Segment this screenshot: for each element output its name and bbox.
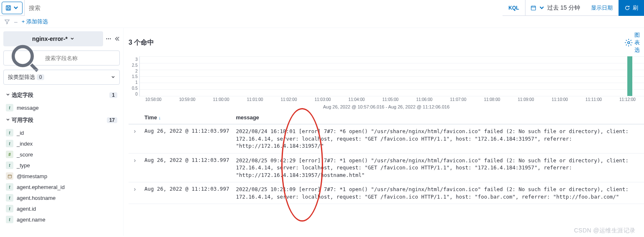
time-column-header[interactable]: Time↓: [141, 111, 232, 124]
svg-point-3: [106, 38, 107, 39]
expand-column-header: [129, 111, 141, 124]
field-type-icon: t: [6, 194, 13, 202]
selected-fields-count: 1: [109, 92, 117, 98]
svg-point-8: [628, 41, 630, 43]
x-axis: 10:58:0010:59:0011:00:0011:01:0011:02:00…: [129, 97, 644, 102]
x-tick: 11:11:00: [586, 97, 602, 102]
field-item[interactable]: t_id: [3, 127, 120, 138]
expand-row-button[interactable]: ›: [129, 153, 141, 182]
time-cell: Aug 26, 2022 @ 11:12:03.997: [141, 182, 232, 204]
table-body: › Aug 26, 2022 @ 11:12:03.997 2022/08/24…: [129, 124, 644, 204]
selected-fields-header[interactable]: 选定字段 1: [3, 88, 120, 102]
expand-row-button[interactable]: ›: [129, 182, 141, 204]
field-item[interactable]: tagent.ephemeral_id: [3, 182, 120, 192]
message-cell: 2022/08/24 16:18:01 [error] 7#7: *6 open…: [232, 124, 644, 154]
field-type-icon: t: [6, 161, 13, 169]
field-type-icon: t: [6, 129, 13, 136]
field-item[interactable]: #_score: [3, 149, 120, 160]
x-tick: 11:08:00: [484, 97, 500, 102]
message-column-header[interactable]: message: [232, 111, 644, 124]
field-name: _index: [17, 141, 33, 147]
results-area: 3 个命中 图表选 32.521.510.50 10:58:0010:59:00…: [124, 28, 644, 236]
field-item[interactable]: t_type: [3, 160, 120, 171]
y-tick: 1: [132, 80, 138, 85]
chevron-down-icon: [6, 118, 10, 122]
x-tick: 11:02:00: [281, 97, 297, 102]
field-item[interactable]: t_index: [3, 138, 120, 149]
y-tick: 0.5: [132, 86, 138, 91]
fields-sidebar: nginx-error-* 按类型筛选 0 选定字段 1 tmessage: [0, 28, 124, 236]
hits-count: 3 个命中: [129, 38, 154, 47]
top-bar: KQL 过去 15 分钟 显示日期 刷: [0, 0, 644, 16]
x-tick: 10:59:00: [179, 97, 195, 102]
collapse-icon[interactable]: [114, 36, 120, 42]
x-tick: 11:06:00: [416, 97, 432, 102]
x-tick: 11:01:00: [247, 97, 263, 102]
available-fields-label: 可用字段: [12, 117, 33, 123]
field-name: agent.id: [17, 206, 36, 212]
field-name: agent.ephemeral_id: [17, 184, 65, 190]
x-tick: 11:09:00: [518, 97, 534, 102]
dash: –: [14, 18, 18, 25]
refresh-button[interactable]: 刷: [619, 0, 644, 16]
type-filter[interactable]: 按类型筛选 0: [3, 70, 120, 85]
svg-point-6: [13, 46, 33, 66]
time-cell: Aug 26, 2022 @ 11:12:03.997: [141, 124, 232, 154]
calendar-icon: [530, 5, 536, 11]
expand-row-button[interactable]: ›: [129, 124, 141, 154]
refresh-icon: [624, 5, 630, 11]
chart-options[interactable]: 图表选: [624, 31, 642, 54]
histogram: 32.521.510.50: [129, 56, 644, 102]
field-name: _score: [17, 151, 33, 158]
field-name: _id: [17, 130, 24, 136]
type-filter-count: 0: [37, 74, 45, 80]
chevron-down-icon: [13, 5, 19, 11]
x-tick: 11:03:00: [315, 97, 331, 102]
field-item[interactable]: @timestamp: [3, 171, 120, 182]
add-filter-button[interactable]: + 添加筛选: [22, 18, 48, 25]
results-table: Time↓ message › Aug 26, 2022 @ 11:12:03.…: [129, 111, 644, 204]
available-fields-list: t_idt_index#_scoret_type@timestamptagent…: [3, 127, 120, 225]
field-item[interactable]: tmessage: [3, 102, 120, 113]
more-icon[interactable]: [106, 36, 111, 42]
selected-fields-list: tmessage: [3, 102, 120, 113]
svg-rect-2: [531, 6, 535, 10]
x-tick: 11:04:00: [349, 97, 365, 102]
y-tick: 1.5: [132, 74, 138, 79]
date-type-icon: [6, 172, 13, 180]
date-range-label: 过去 15 分钟: [547, 4, 580, 12]
field-type-icon: t: [6, 205, 13, 212]
field-item[interactable]: tagent.hostname: [3, 192, 120, 203]
plot-area[interactable]: [139, 56, 644, 96]
field-item[interactable]: tagent.name: [3, 214, 120, 225]
x-tick: 11:05:00: [382, 97, 399, 102]
refresh-label: 刷: [633, 4, 638, 12]
show-dates-link[interactable]: 显示日期: [585, 4, 619, 12]
field-item[interactable]: tagent.id: [3, 203, 120, 214]
chevron-down-icon: [70, 37, 74, 41]
svg-point-4: [108, 38, 109, 39]
field-name: _type: [17, 162, 30, 169]
table-row: › Aug 26, 2022 @ 11:12:03.997 2022/08/24…: [129, 124, 644, 154]
available-fields-header[interactable]: 可用字段 17: [3, 113, 120, 127]
disk-icon: [5, 5, 11, 11]
field-search-input[interactable]: [45, 55, 115, 61]
chart-range-label: Aug 26, 2022 @ 10:57:06.016 - Aug 26, 20…: [129, 104, 644, 109]
main: nginx-error-* 按类型筛选 0 选定字段 1 tmessage: [0, 28, 644, 236]
histogram-bar[interactable]: [627, 56, 632, 96]
field-name: @timestamp: [17, 173, 47, 179]
date-picker[interactable]: 过去 15 分钟: [525, 0, 585, 16]
x-tick: 10:58:00: [145, 97, 162, 102]
gear-icon: [624, 38, 633, 47]
filter-icon[interactable]: [4, 19, 10, 25]
save-query-button[interactable]: [2, 2, 23, 14]
chevron-down-icon: [539, 5, 545, 11]
table-row: › Aug 26, 2022 @ 11:12:03.997 2022/08/25…: [129, 153, 644, 182]
search-input[interactable]: [25, 0, 503, 16]
time-cell: Aug 26, 2022 @ 11:12:03.997: [141, 153, 232, 182]
field-type-icon: t: [6, 216, 13, 223]
svg-rect-1: [7, 8, 9, 10]
field-search[interactable]: [3, 50, 120, 66]
lang-switch[interactable]: KQL: [503, 5, 525, 11]
field-name: message: [17, 105, 39, 111]
